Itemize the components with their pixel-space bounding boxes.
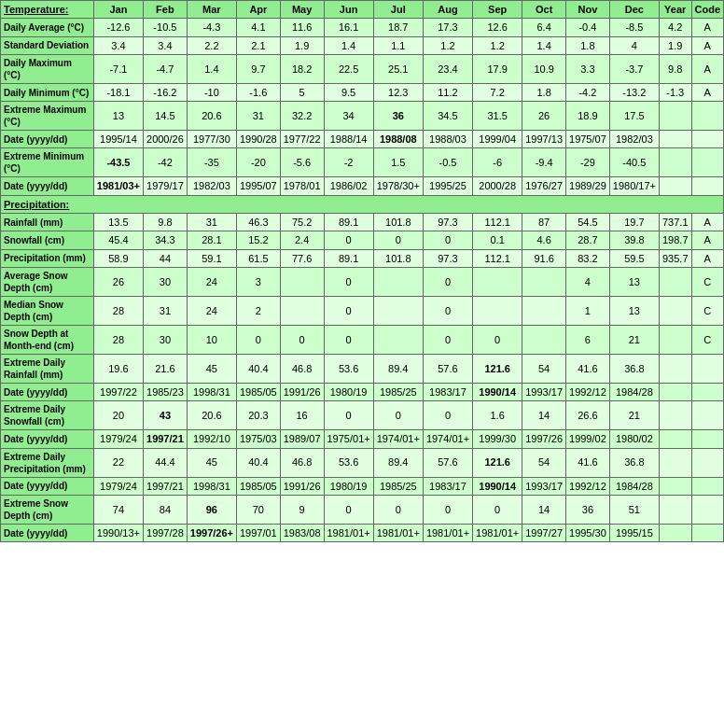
- cell: 1990/28: [236, 131, 280, 148]
- cell: 70: [236, 495, 280, 524]
- cell: 1983/17: [423, 477, 472, 495]
- cell: [691, 495, 724, 524]
- cell: 17.9: [473, 54, 522, 83]
- cell: [691, 148, 724, 177]
- cell: 36: [373, 102, 423, 131]
- col-jul: Jul: [373, 1, 423, 19]
- cell: 1982/03: [187, 177, 236, 195]
- cell: 1979/24: [93, 477, 143, 495]
- table-row: Date (yyyy/dd)1979/241997/211998/311985/…: [1, 477, 724, 495]
- cell: 1990/13+: [93, 524, 143, 541]
- row-header: Extreme Daily Rainfall (mm): [1, 354, 94, 383]
- cell: 0: [324, 401, 373, 430]
- cell: 0.1: [473, 231, 522, 249]
- cell: 1980/19: [324, 383, 373, 400]
- cell: 20.3: [236, 401, 280, 430]
- cell: [691, 102, 724, 131]
- row-header: Date (yyyy/dd): [1, 524, 94, 541]
- row-header: Snow Depth at Month-end (cm): [1, 325, 94, 354]
- cell: 1985/23: [144, 383, 188, 400]
- cell: 6.4: [522, 19, 566, 36]
- table-row: Extreme Maximum (°C)1314.520.63132.23436…: [1, 102, 724, 131]
- cell: 1.6: [473, 401, 522, 430]
- cell: 1981/01+: [423, 524, 472, 541]
- cell: 1995/25: [423, 177, 472, 195]
- table-row: Average Snow Depth (cm)263024300413C: [1, 267, 724, 296]
- cell: 51: [609, 495, 659, 524]
- cell: 32.2: [280, 102, 324, 131]
- row-header: Snowfall (cm): [1, 231, 94, 249]
- cell: 4: [609, 36, 659, 54]
- cell: -5.6: [280, 148, 324, 177]
- cell: 96: [187, 495, 236, 524]
- cell: 1997/26+: [187, 524, 236, 541]
- cell: 28: [93, 296, 143, 325]
- cell: 1997/21: [144, 430, 188, 448]
- cell: 1986/02: [324, 177, 373, 195]
- cell: 26.6: [566, 401, 610, 430]
- cell: 34.5: [423, 102, 472, 131]
- cell: 97.3: [423, 249, 472, 267]
- row-header: Daily Minimum (°C): [1, 83, 94, 101]
- cell: 1980/19: [324, 477, 373, 495]
- cell: [473, 296, 522, 325]
- row-header: Date (yyyy/dd): [1, 477, 94, 495]
- cell: 1998/31: [187, 477, 236, 495]
- cell: 14: [522, 401, 566, 430]
- cell: 1984/28: [609, 383, 659, 400]
- cell: -12.6: [93, 19, 143, 36]
- cell: 1999/30: [473, 430, 522, 448]
- cell: 9.8: [144, 214, 188, 231]
- cell: 44: [144, 249, 188, 267]
- col-apr: Apr: [236, 1, 280, 19]
- cell: 25.1: [373, 54, 423, 83]
- row-header: Extreme Daily Snowfall (cm): [1, 401, 94, 430]
- cell: 19.6: [93, 354, 143, 383]
- cell: 77.6: [280, 249, 324, 267]
- cell: 2000/26: [144, 131, 188, 148]
- row-header: Standard Deviation: [1, 36, 94, 54]
- cell: -35: [187, 148, 236, 177]
- cell: 26: [522, 102, 566, 131]
- cell: 1999/02: [566, 430, 610, 448]
- cell: 10: [187, 325, 236, 354]
- cell: 26: [93, 267, 143, 296]
- cell: -8.5: [609, 19, 659, 36]
- cell: [659, 354, 691, 383]
- cell: -16.2: [144, 83, 188, 101]
- cell: 0: [423, 401, 472, 430]
- col-jun: Jun: [324, 1, 373, 19]
- cell: 45.4: [93, 231, 143, 249]
- cell: 1990/14: [473, 477, 522, 495]
- cell: 22.5: [324, 54, 373, 83]
- cell: [691, 131, 724, 148]
- table-row: Snow Depth at Month-end (cm)283010000006…: [1, 325, 724, 354]
- cell: 0: [373, 401, 423, 430]
- cell: -40.5: [609, 148, 659, 177]
- cell: 1995/07: [236, 177, 280, 195]
- row-header: Extreme Maximum (°C): [1, 102, 94, 131]
- cell: -10: [187, 83, 236, 101]
- cell: 0: [324, 325, 373, 354]
- cell: 36.8: [609, 448, 659, 477]
- cell: 39.8: [609, 231, 659, 249]
- row-header: Date (yyyy/dd): [1, 177, 94, 195]
- cell: [659, 448, 691, 477]
- cell: 21: [609, 401, 659, 430]
- cell: [691, 401, 724, 430]
- cell: 101.8: [373, 249, 423, 267]
- cell: 13: [609, 296, 659, 325]
- cell: 28: [93, 325, 143, 354]
- cell: 17.5: [609, 102, 659, 131]
- cell: 1985/05: [236, 477, 280, 495]
- cell: 1981/03+: [93, 177, 143, 195]
- section-header: Precipitation:: [1, 195, 724, 213]
- cell: 44.4: [144, 448, 188, 477]
- cell: 0: [373, 231, 423, 249]
- row-header: Daily Maximum (°C): [1, 54, 94, 83]
- cell: 40.4: [236, 354, 280, 383]
- cell: 87: [522, 214, 566, 231]
- cell: [659, 267, 691, 296]
- cell: 84: [144, 495, 188, 524]
- cell: 89.1: [324, 214, 373, 231]
